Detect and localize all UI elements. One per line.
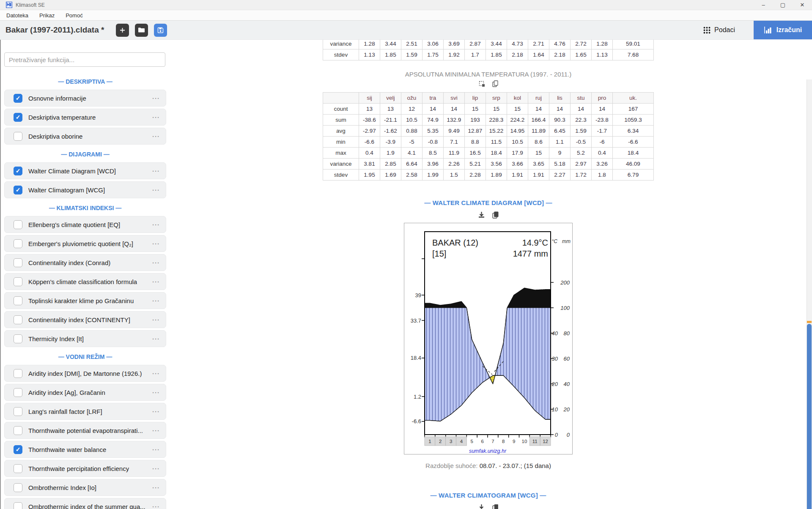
menu-item-prikaz[interactable]: Prikaz [34, 10, 60, 20]
table-cell: 1.59 [401, 49, 422, 60]
checkbox[interactable] [14, 258, 22, 267]
item-menu-dots[interactable]: ··· [152, 259, 160, 266]
sidebar-item-aridity-index-dmi-de-martonne-1926[interactable]: Aridity index [DMI], De Martonne (1926.)… [4, 365, 166, 382]
svg-text:200: 200 [560, 279, 570, 286]
table-cell: 14 [422, 104, 444, 115]
search-input[interactable] [4, 52, 165, 67]
close-button[interactable]: ✕ [793, 0, 812, 10]
table-cell: 1.95 [359, 170, 380, 181]
table-cell: 1.1 [549, 137, 571, 148]
checkbox[interactable] [14, 407, 22, 416]
checkbox[interactable] [14, 220, 22, 229]
item-menu-dots[interactable]: ··· [152, 335, 160, 342]
sidebar: — DESKRIPTIVA —✓Osnovne informacije···✓D… [1, 40, 170, 509]
sidebar-item-thornthwaite-potential-evapotranspirati[interactable]: Thornthwaite potential evapotranspirati.… [4, 422, 166, 439]
menu-item-datoteka[interactable]: Datoteka [1, 10, 34, 20]
table-cell: 1.13 [359, 49, 380, 60]
sidebar-item-ellenberg-s-climate-quotient-eq[interactable]: Ellenberg's climate quotient [EQ]··· [4, 216, 166, 233]
menu-item-pomo[interactable]: Pomoć [60, 10, 88, 20]
table-cell: 1.7 [465, 49, 486, 60]
sidebar-item-osnovne-informacije[interactable]: ✓Osnovne informacije··· [4, 90, 166, 107]
sidebar-item-aridity-index-ag-gra-anin[interactable]: Aridity index [Ag], Gračanin··· [4, 384, 166, 401]
checkbox[interactable]: ✓ [14, 113, 22, 122]
item-menu-dots[interactable]: ··· [152, 221, 160, 228]
checkbox[interactable] [14, 483, 22, 492]
table-cell: -3.9 [380, 137, 401, 148]
sidebar-item-ombrothermic-index-of-the-summer-qua[interactable]: Ombrothermic index of the summer qua...·… [4, 498, 166, 509]
podaci-tab[interactable]: Podaci [703, 26, 735, 34]
sidebar-item-ombrothermic-index-io[interactable]: Ombrothermic Index [Io]··· [4, 479, 166, 496]
sidebar-item-continentality-index-continenty[interactable]: Continentality index [CONTINENTY]··· [4, 311, 166, 328]
checkbox[interactable]: ✓ [14, 186, 22, 194]
table-row: min-6.6-3.9-5-0.87.18.811.510.58.61.1-0.… [323, 137, 654, 148]
sidebar-item-label: Walter Climate Diagram [WCD] [28, 167, 116, 175]
checkbox[interactable] [14, 388, 22, 397]
checkbox[interactable] [14, 296, 22, 305]
new-file-button[interactable] [116, 24, 129, 37]
item-menu-dots[interactable]: ··· [152, 114, 160, 121]
checkbox[interactable] [14, 315, 22, 324]
sidebar-item-lang-s-rainfall-factor-lrf[interactable]: Lang's rainfall factor [LRF]··· [4, 403, 166, 420]
item-menu-dots[interactable]: ··· [152, 389, 160, 396]
sidebar-item-deskriptiva-oborine[interactable]: Deskriptiva oborine··· [4, 128, 166, 145]
sidebar-item-thornthwaite-water-balance[interactable]: ✓Thornthwaite water balance··· [4, 441, 166, 458]
item-menu-dots[interactable]: ··· [152, 484, 160, 491]
table-row: variance1.283.442.513.063.692.873.444.73… [323, 40, 654, 49]
table-cell: 6.64 [401, 159, 422, 170]
sidebar-item-thornthwaite-percipitation-efficiency[interactable]: Thornthwaite percipitation efficiency··· [4, 460, 166, 477]
item-menu-dots[interactable]: ··· [152, 95, 160, 102]
izracuni-tab[interactable]: Izračuni [754, 21, 812, 39]
checkbox[interactable] [14, 277, 22, 286]
folder-icon [138, 27, 145, 33]
sidebar-item-k-ppen-s-climate-classification-formula[interactable]: Köppen's climate classification formula·… [4, 273, 166, 290]
checkbox[interactable]: ✓ [14, 445, 22, 454]
sidebar-item-continentality-index-conrad[interactable]: Continentality index (Conrad)··· [4, 254, 166, 271]
copy-icon[interactable] [492, 80, 498, 87]
item-menu-dots[interactable]: ··· [152, 240, 160, 247]
checkbox[interactable] [14, 334, 22, 343]
item-menu-dots[interactable]: ··· [152, 316, 160, 323]
sidebar-item-walter-climate-diagram-wcd[interactable]: ✓Walter Climate Diagram [WCD]··· [4, 162, 166, 179]
sidebar-item-deskriptiva-temperature[interactable]: ✓Deskriptiva temperature··· [4, 109, 166, 126]
sidebar-item-thermicity-index-it[interactable]: Thermicity Index [It]··· [4, 330, 166, 347]
item-menu-dots[interactable]: ··· [152, 186, 160, 194]
item-menu-dots[interactable]: ··· [152, 427, 160, 434]
item-menu-dots[interactable]: ··· [152, 167, 160, 175]
download-icon[interactable] [478, 211, 485, 219]
sidebar-item-toplinski-karakter-klime-po-gra-aninu[interactable]: Toplinski karakter klime po Gračaninu··· [4, 292, 166, 309]
checkbox[interactable] [14, 426, 22, 435]
save-file-button[interactable] [154, 24, 167, 37]
minimize-button[interactable]: – [754, 0, 773, 10]
maximize-button[interactable]: ▢ [773, 0, 793, 10]
sidebar-item-walter-climatogram-wcg[interactable]: ✓Walter Climatogram [WCG]··· [4, 181, 166, 198]
item-menu-dots[interactable]: ··· [152, 503, 160, 509]
copy-icon[interactable] [492, 211, 499, 219]
item-menu-dots[interactable]: ··· [152, 297, 160, 304]
sidebar-item-emberger-s-pluviometric-quotient-q[interactable]: Emberger's pluviometric quotient [Q₂]··· [4, 235, 166, 252]
download-icon[interactable] [478, 504, 485, 509]
table-row: sum-38.6-21.110.574.9132.9193228.3224.21… [323, 115, 654, 126]
content-scrollbar[interactable] [807, 79, 812, 509]
item-menu-dots[interactable]: ··· [152, 370, 160, 377]
copy-icon[interactable] [492, 504, 499, 509]
item-menu-dots[interactable]: ··· [152, 408, 160, 415]
table-cell: 1.91 [507, 170, 528, 181]
checkbox[interactable]: ✓ [14, 94, 22, 103]
scrollbar-thumb[interactable] [807, 324, 812, 509]
checkbox[interactable] [14, 502, 22, 509]
checkbox[interactable] [14, 464, 22, 473]
item-menu-dots[interactable]: ··· [152, 278, 160, 285]
item-menu-dots[interactable]: ··· [152, 465, 160, 472]
checkbox[interactable] [14, 369, 22, 378]
table-row: avg-2.97-1.620.885.359.4912.8715.2214.95… [323, 126, 654, 137]
item-menu-dots[interactable]: ··· [152, 446, 160, 453]
checkbox[interactable] [14, 239, 22, 248]
open-file-button[interactable] [135, 24, 148, 37]
checkbox[interactable] [14, 132, 22, 141]
data-table: sijveljožutrasvilipsrpkolrujlisstuprouk.… [323, 92, 654, 181]
checkbox[interactable]: ✓ [14, 167, 22, 175]
export-icon[interactable] [479, 81, 485, 87]
table-cell: 11.89 [528, 126, 549, 137]
item-menu-dots[interactable]: ··· [152, 133, 160, 140]
sidebar-item-label: Deskriptiva temperature [28, 114, 96, 121]
